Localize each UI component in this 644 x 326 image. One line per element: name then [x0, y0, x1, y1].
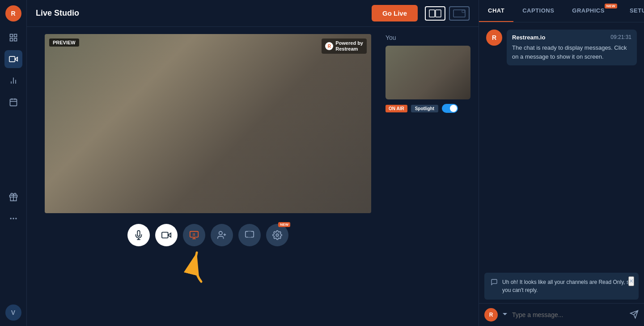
tab-chat[interactable]: CHAT: [479, 0, 513, 22]
chat-bubble: Restream.io 09:21:31 The chat is ready t…: [507, 30, 637, 65]
warning-banner: Uh oh! It looks like all your channels a…: [484, 273, 639, 300]
topbar: Live Studio Go Live: [27, 0, 479, 27]
settings-new-badge: NEW: [278, 222, 290, 227]
svg-point-29: [219, 232, 222, 235]
svg-rect-20: [462, 10, 465, 13]
sidebar-item-analytics[interactable]: [4, 72, 22, 90]
restream-logo-icon: R: [325, 42, 333, 50]
layout-btn-split[interactable]: [425, 6, 445, 21]
restream-watermark: R Powered by Restream: [322, 39, 367, 54]
svg-point-34: [276, 234, 279, 236]
svg-rect-23: [162, 232, 168, 238]
warning-text: Uh oh! It looks like all your channels a…: [502, 278, 632, 294]
svg-rect-4: [9, 56, 14, 62]
layout-buttons: [425, 6, 470, 21]
svg-rect-0: [10, 34, 13, 37]
preview-video: PREVIEW R Powered by Restream: [45, 34, 371, 213]
layout-btn-full[interactable]: [449, 6, 470, 21]
go-live-button[interactable]: Go Live: [372, 5, 418, 21]
app-title: Live Studio: [36, 9, 364, 18]
chat-avatar: R: [486, 30, 502, 46]
svg-rect-17: [429, 10, 435, 17]
preview-label: PREVIEW: [49, 39, 79, 47]
on-air-badge: ON AIR: [386, 105, 407, 112]
svg-rect-8: [10, 99, 17, 106]
screen-share-button[interactable]: [183, 224, 205, 246]
chat-time: 09:21:31: [610, 34, 631, 41]
chat-messages: R Restream.io 09:21:31 The chat is ready…: [479, 22, 644, 273]
svg-rect-1: [14, 34, 17, 37]
warning-close-button[interactable]: ×: [628, 276, 634, 286]
chat-send-button[interactable]: [630, 310, 639, 320]
you-section: You ON AIR Spotlight: [382, 34, 471, 319]
sidebar: R V: [0, 0, 27, 326]
you-video: [386, 46, 470, 99]
chat-channel-dropdown[interactable]: [501, 312, 508, 318]
warning-icon: [491, 279, 498, 287]
sidebar-item-gifts[interactable]: [4, 188, 22, 206]
chat-sender: Restream.io: [512, 34, 545, 41]
main-content: Live Studio Go Live PREVIEW: [27, 0, 479, 326]
svg-point-15: [16, 218, 17, 219]
spotlight-badge: Spotlight: [411, 105, 438, 112]
right-sidebar: CHAT CAPTIONS GRAPHICS NEW SETUP R Restr…: [479, 0, 644, 326]
spotlight-toggle[interactable]: [442, 104, 458, 113]
you-label: You: [386, 34, 471, 41]
arrow-annotation: [174, 244, 228, 286]
chat-text: The chat is ready to display messages. C…: [512, 43, 631, 61]
tab-graphics[interactable]: GRAPHICS NEW: [563, 0, 621, 22]
chat-message-input[interactable]: [512, 311, 626, 318]
tab-captions[interactable]: CAPTIONS: [513, 0, 563, 22]
sidebar-user-logo[interactable]: R: [5, 5, 21, 21]
controls-bar: NEW: [127, 220, 288, 250]
chat-message[interactable]: R Restream.io 09:21:31 The chat is ready…: [486, 30, 637, 65]
tab-setup[interactable]: SETUP: [621, 0, 644, 22]
right-tabs: CHAT CAPTIONS GRAPHICS NEW SETUP: [479, 0, 644, 22]
you-controls: ON AIR Spotlight: [386, 104, 471, 113]
watermark-powered: Powered by: [335, 40, 363, 46]
chat-input-avatar: R: [484, 308, 498, 322]
preview-section: PREVIEW R Powered by Restream: [34, 34, 382, 319]
svg-point-14: [13, 218, 14, 219]
sidebar-item-streams[interactable]: [4, 29, 22, 47]
sidebar-item-camera[interactable]: [4, 50, 22, 68]
studio-area: PREVIEW R Powered by Restream: [27, 27, 479, 326]
watermark-brand: Restream: [335, 46, 363, 52]
graphics-new-badge: NEW: [605, 4, 617, 9]
svg-point-16: [10, 218, 11, 219]
settings-button[interactable]: NEW: [266, 224, 288, 246]
preview-container: PREVIEW R Powered by Restream: [45, 34, 371, 213]
mic-button[interactable]: [127, 224, 150, 246]
camera-button[interactable]: [155, 224, 178, 246]
sidebar-item-schedule[interactable]: [4, 93, 22, 111]
svg-rect-18: [436, 10, 441, 17]
svg-rect-2: [10, 39, 13, 41]
sidebar-user-avatar[interactable]: V: [5, 305, 21, 321]
svg-rect-33: [248, 232, 251, 237]
chat-input-area: R: [479, 303, 644, 326]
scenes-button[interactable]: [238, 224, 261, 246]
sidebar-item-more[interactable]: [4, 210, 22, 227]
svg-rect-19: [453, 10, 465, 17]
svg-rect-3: [14, 39, 17, 41]
add-guest-button[interactable]: [211, 224, 233, 246]
